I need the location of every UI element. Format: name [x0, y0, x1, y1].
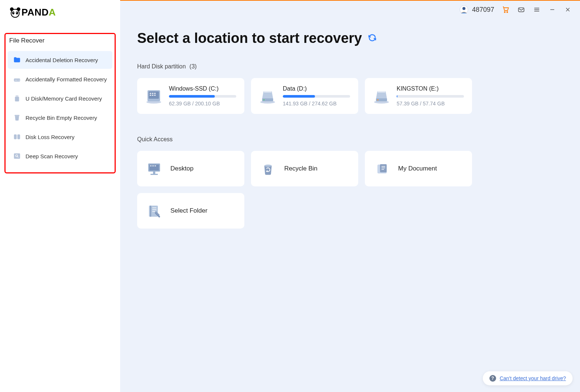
disk-size: 62.39 GB / 200.10 GB — [169, 101, 236, 107]
disk-card-0[interactable]: Windows-SSD (C:) 62.39 GB / 200.10 GB — [137, 78, 244, 114]
svg-rect-49 — [155, 165, 156, 166]
quick-label: Select Folder — [170, 207, 207, 214]
svg-point-44 — [377, 99, 379, 101]
svg-point-52 — [264, 165, 272, 167]
svg-rect-53 — [380, 164, 387, 172]
svg-rect-16 — [14, 153, 20, 159]
sidebar-item-label: Disk Loss Recovery — [26, 134, 75, 140]
disk-size: 141.93 GB / 274.62 GB — [283, 101, 350, 107]
svg-point-7 — [16, 12, 17, 13]
svg-rect-15 — [17, 135, 20, 139]
header: 487097 — [120, 0, 580, 19]
minimize-icon[interactable] — [548, 6, 556, 14]
svg-rect-14 — [14, 135, 17, 139]
svg-rect-37 — [152, 95, 153, 96]
disk-card-2[interactable]: KINGSTON (E:) 57.39 GB / 57.74 GB — [365, 78, 472, 114]
sidebar-item-deep-scan[interactable]: Deep Scan Recovery — [8, 147, 112, 165]
svg-rect-11 — [16, 95, 18, 97]
svg-point-6 — [13, 12, 14, 13]
svg-point-4 — [12, 11, 14, 14]
user-avatar-icon — [459, 5, 468, 14]
brand-logo: PANDA — [10, 7, 116, 18]
svg-point-41 — [263, 99, 265, 101]
disk-name: Windows-SSD (C:) — [169, 85, 236, 92]
sidebar-item-label: U Disk/Memory Card Recovery — [26, 95, 102, 102]
panda-icon — [10, 7, 21, 18]
sidebar-item-bin[interactable]: Recycle Bin Empty Recovery — [8, 109, 112, 126]
quick-card-select-folder[interactable]: Select Folder — [137, 193, 244, 229]
disk-name: KINGSTON (E:) — [397, 85, 464, 92]
drive-icon — [13, 75, 21, 83]
help-link-text: Can't detect your hard drive? — [500, 375, 566, 381]
sidebar-item-folder[interactable]: Accidental Deletion Recovery — [8, 51, 112, 69]
bin-icon — [13, 114, 21, 122]
svg-rect-38 — [154, 95, 156, 96]
recycle-icon — [260, 160, 276, 177]
refresh-icon[interactable] — [368, 33, 377, 44]
brand-text: PANDA — [21, 7, 56, 18]
svg-rect-23 — [519, 8, 524, 12]
quick-card-recycle[interactable]: Recycle Bin — [251, 151, 358, 186]
disk-usage-bar — [169, 95, 236, 98]
drive-icon — [259, 88, 276, 104]
main-area: 487097 Select a location to start recove… — [120, 0, 580, 392]
desktop-icon — [146, 160, 162, 177]
svg-rect-9 — [15, 80, 18, 81]
help-pill[interactable]: ? Can't detect your hard drive? — [483, 371, 573, 385]
svg-rect-50 — [153, 172, 155, 174]
svg-rect-58 — [150, 206, 151, 217]
svg-rect-12 — [15, 97, 19, 101]
drive-icon — [373, 88, 390, 104]
partition-heading: Hard Disk partition(3) — [137, 63, 563, 70]
page-title: Select a location to start recovery — [137, 30, 362, 46]
quick-access-heading: Quick Access — [137, 136, 563, 143]
disk-usage-bar — [397, 95, 464, 98]
quick-label: Desktop — [170, 165, 193, 172]
user-area[interactable]: 487097 — [459, 5, 494, 14]
sidebar-item-label: Accidentally Formatted Recovery — [26, 76, 107, 82]
select-folder-icon — [146, 203, 162, 219]
user-id: 487097 — [472, 6, 494, 14]
svg-point-22 — [507, 11, 508, 12]
svg-point-5 — [16, 11, 18, 14]
cart-icon[interactable] — [502, 6, 510, 14]
mail-icon[interactable] — [517, 6, 525, 14]
drive-icon — [145, 88, 162, 104]
close-icon[interactable] — [564, 6, 572, 14]
folder-icon — [13, 56, 21, 64]
quick-card-desktop[interactable]: Desktop — [137, 151, 244, 186]
svg-rect-47 — [150, 165, 152, 166]
top-accent-bar — [120, 0, 580, 1]
svg-rect-36 — [150, 95, 151, 96]
quick-card-document[interactable]: My Document — [365, 151, 472, 186]
disk-usage-bar — [283, 95, 350, 98]
content: Select a location to start recovery Hard… — [120, 19, 580, 229]
svg-rect-48 — [152, 165, 154, 166]
sidebar-item-label: Deep Scan Recovery — [26, 153, 78, 159]
svg-point-10 — [18, 80, 19, 81]
menu-icon[interactable] — [533, 6, 541, 14]
svg-rect-13 — [15, 115, 20, 116]
disk-size: 57.39 GB / 57.74 GB — [397, 101, 464, 107]
deep-scan-icon — [13, 152, 21, 160]
disk-name: Data (D:) — [283, 85, 350, 92]
help-question-icon: ? — [489, 375, 496, 382]
sidebar-item-broken-disk[interactable]: Disk Loss Recovery — [8, 128, 112, 146]
document-icon — [374, 160, 390, 177]
svg-point-21 — [504, 11, 505, 12]
sidebar-item-label: Recycle Bin Empty Recovery — [26, 115, 97, 121]
sidebar-item-usb[interactable]: U Disk/Memory Card Recovery — [8, 89, 112, 107]
svg-rect-35 — [154, 93, 156, 94]
quick-label: My Document — [398, 165, 437, 172]
svg-rect-33 — [150, 93, 151, 94]
sidebar: PANDA File Recover Accidental Deletion R… — [0, 0, 120, 392]
usb-icon — [13, 94, 21, 102]
svg-rect-34 — [152, 93, 153, 94]
disk-card-1[interactable]: Data (D:) 141.93 GB / 274.62 GB — [251, 78, 358, 114]
sidebar-item-drive[interactable]: Accidentally Formatted Recovery — [8, 70, 112, 88]
svg-rect-51 — [150, 174, 158, 175]
sidebar-highlight-box: File Recover Accidental Deletion Recover… — [4, 33, 116, 173]
svg-point-20 — [462, 7, 465, 10]
broken-disk-icon — [13, 133, 21, 141]
quick-label: Recycle Bin — [284, 165, 318, 172]
